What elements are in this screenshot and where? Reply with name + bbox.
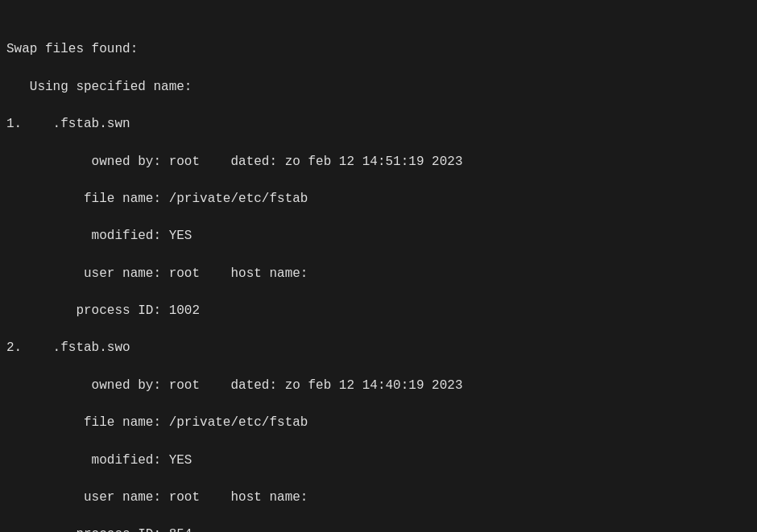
line-5: modified: YES: [6, 227, 751, 245]
line-6: user name: root host name:: [6, 265, 751, 283]
terminal: Swap files found: Using specified name: …: [0, 0, 757, 532]
line-9: owned by: root dated: zo feb 12 14:40:19…: [6, 377, 751, 395]
line-12: user name: root host name:: [6, 489, 751, 507]
line-7: process ID: 1002: [6, 302, 751, 320]
line-11: modified: YES: [6, 452, 751, 470]
line-2: 1. .fstab.swn: [6, 115, 751, 134]
line-8: 2. .fstab.swo: [6, 339, 751, 357]
line-13: process ID: 854: [6, 526, 751, 532]
line-10: file name: /private/etc/fstab: [6, 414, 751, 432]
line-4: file name: /private/etc/fstab: [6, 190, 751, 208]
line-3: owned by: root dated: zo feb 12 14:51:19…: [6, 153, 751, 171]
line-1: Using specified name:: [6, 78, 751, 97]
line-0: Swap files found:: [6, 40, 751, 59]
